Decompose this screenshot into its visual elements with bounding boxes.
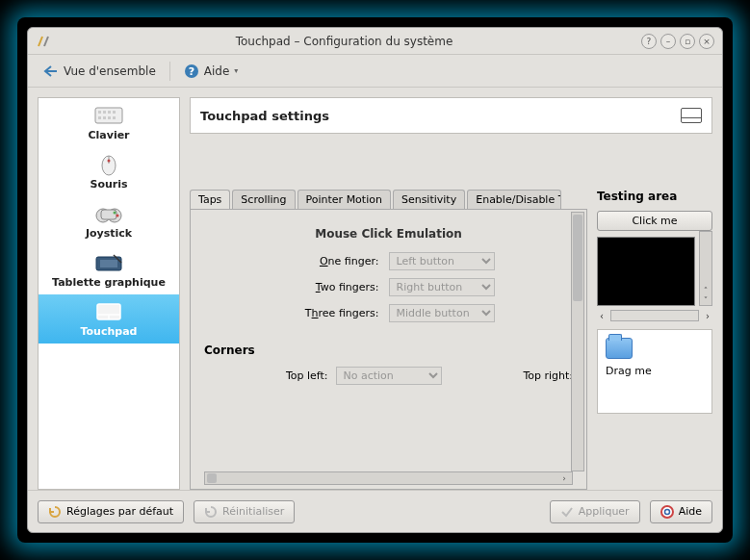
dialog-button-bar: Réglages par défaut Réinitialiser Appliq… (28, 490, 722, 532)
tab-bar: Taps Scrolling Pointer Motion Sensitivit… (190, 190, 587, 209)
mouse-icon (93, 153, 124, 176)
settings-window: Touchpad – Configuration du système ? – … (27, 27, 723, 533)
top-left-combo[interactable]: No action (336, 367, 442, 385)
overview-label: Vue d'ensemble (64, 64, 156, 78)
page-header: Touchpad settings (190, 97, 712, 134)
test-hscroll[interactable] (610, 310, 699, 321)
dropdown-icon: ▾ (234, 66, 238, 75)
apply-button[interactable]: Appliquer (550, 500, 640, 523)
group-title-emulation: Mouse Click Emulation (204, 227, 573, 241)
app-icon (36, 34, 51, 49)
sidebar-item-tablet[interactable]: Tablette graphique (39, 245, 179, 294)
sidebar-item-label: Tablette graphique (52, 276, 166, 289)
test-hscroll-right[interactable]: › (703, 311, 712, 321)
page-title: Touchpad settings (200, 109, 329, 123)
apply-label: Appliquer (579, 505, 630, 518)
maximize-button[interactable]: ▫ (680, 34, 695, 49)
testing-area-title: Testing area (597, 190, 712, 203)
svg-rect-20 (100, 260, 117, 267)
touchpad-icon (93, 300, 124, 323)
drag-area[interactable]: Drag me (597, 329, 712, 414)
overview-button[interactable]: Vue d'ensemble (38, 62, 162, 81)
reset-label: Réinitialiser (222, 505, 284, 518)
vertical-scrollbar[interactable] (571, 212, 584, 471)
svg-rect-2 (95, 108, 122, 123)
tab-pointer-motion[interactable]: Pointer Motion (297, 190, 391, 209)
reset-button[interactable]: Réinitialiser (194, 500, 295, 523)
svg-rect-4 (103, 111, 106, 114)
titlebar: Touchpad – Configuration du système ? – … (28, 28, 722, 55)
svg-rect-5 (108, 111, 111, 114)
click-me-button[interactable]: Click me (597, 211, 712, 231)
sidebar-item-joystick[interactable]: Joystick (39, 196, 179, 245)
testing-area: Testing area Click me ˄˅ ‹ › Drag me (597, 190, 712, 490)
test-canvas[interactable] (597, 237, 695, 306)
reset-icon (204, 505, 218, 519)
lifebuoy-icon (660, 505, 674, 519)
svg-point-17 (114, 212, 116, 215)
defaults-label: Réglages par défaut (66, 505, 173, 518)
one-finger-combo[interactable]: Left button (389, 252, 495, 270)
svg-rect-16 (101, 210, 116, 219)
tab-scrolling[interactable]: Scrolling (232, 190, 295, 209)
sidebar-item-label: Clavier (88, 129, 129, 141)
one-finger-label: One finger: (283, 255, 379, 267)
sidebar-item-label: Souris (90, 178, 127, 191)
sidebar-item-label: Touchpad (81, 325, 138, 338)
svg-rect-3 (98, 111, 101, 114)
window-title: Touchpad – Configuration du système (51, 35, 637, 48)
top-right-label: Top right: (450, 369, 574, 382)
three-fingers-label: Three fingers: (283, 307, 379, 319)
minimize-button[interactable]: – (660, 34, 676, 49)
test-hscroll-left[interactable]: ‹ (597, 311, 607, 321)
svg-rect-8 (103, 116, 106, 119)
sidebar-item-touchpad[interactable]: Touchpad (39, 294, 179, 344)
defaults-icon (48, 505, 62, 519)
close-button[interactable]: × (699, 34, 714, 49)
separator (169, 62, 170, 81)
keyboard-icon (93, 104, 124, 127)
svg-rect-7 (98, 116, 101, 119)
toolbar: Vue d'ensemble ? Aide ▾ (28, 55, 722, 88)
sidebar-item-label: Joystick (86, 227, 132, 240)
folder-icon[interactable] (606, 338, 633, 359)
back-arrow-icon (43, 64, 59, 78)
svg-point-18 (116, 215, 119, 217)
sidebar-item-keyboard[interactable]: Clavier (39, 98, 179, 147)
help-toolbar-button[interactable]: ? Aide ▾ (178, 61, 245, 82)
help-footer-button[interactable]: Aide (650, 500, 712, 523)
help-icon: ? (184, 64, 199, 79)
help-window-button[interactable]: ? (641, 34, 657, 49)
drag-me-label: Drag me (606, 365, 652, 377)
help-label: Aide (204, 64, 230, 78)
svg-point-26 (664, 509, 669, 514)
touchpad-header-icon (681, 108, 702, 123)
top-left-label: Top left: (204, 369, 328, 382)
three-fingers-combo[interactable]: Middle button (389, 304, 495, 322)
tab-enable-disable[interactable]: Enable/Disable Touchpad (467, 190, 561, 209)
tab-sensitivity[interactable]: Sensitivity (393, 190, 465, 209)
tablet-icon (93, 251, 124, 274)
category-sidebar: Clavier Souris Joystick Tablette graphiq… (38, 97, 180, 490)
joystick-icon (93, 202, 124, 225)
defaults-button[interactable]: Réglages par défaut (38, 500, 184, 523)
svg-rect-6 (113, 111, 116, 114)
two-fingers-combo[interactable]: Right button (389, 278, 495, 296)
test-vscroll[interactable]: ˄˅ (699, 231, 712, 306)
svg-text:?: ? (189, 65, 194, 78)
group-title-corners: Corners (204, 344, 573, 357)
help-footer-label: Aide (679, 505, 702, 518)
tab-panel-taps: Mouse Click Emulation One finger: Left b… (190, 209, 587, 490)
sidebar-item-mouse[interactable]: Souris (39, 147, 179, 196)
svg-point-13 (108, 160, 111, 163)
tab-taps[interactable]: Taps (190, 190, 230, 209)
horizontal-scrollbar[interactable]: › (204, 471, 573, 485)
svg-rect-9 (108, 116, 111, 119)
svg-rect-10 (113, 116, 116, 119)
two-fingers-label: Two fingers: (283, 281, 379, 293)
check-icon (560, 505, 574, 519)
